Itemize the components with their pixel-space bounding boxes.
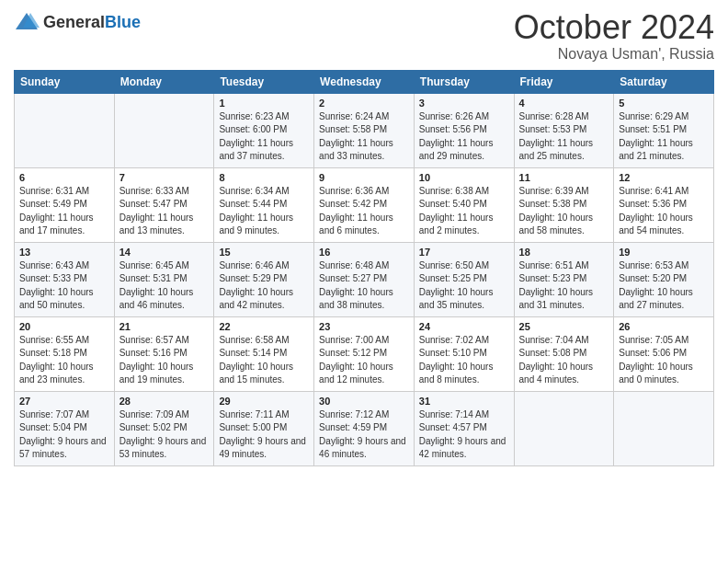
logo-text: GeneralBlue bbox=[43, 14, 141, 30]
weekday-friday: Friday bbox=[514, 70, 614, 93]
week-row-1: 1Sunrise: 6:23 AMSunset: 6:00 PMDaylight… bbox=[15, 93, 714, 167]
day-cell: 6Sunrise: 6:31 AMSunset: 5:49 PMDaylight… bbox=[15, 167, 115, 242]
logo-general: General bbox=[43, 14, 105, 30]
day-number: 20 bbox=[19, 321, 109, 332]
calendar-header: SundayMondayTuesdayWednesdayThursdayFrid… bbox=[15, 70, 714, 93]
day-number: 19 bbox=[619, 247, 709, 258]
logo-blue: Blue bbox=[105, 14, 141, 30]
day-cell: 14Sunrise: 6:45 AMSunset: 5:31 PMDayligh… bbox=[114, 242, 214, 316]
day-info: Sunrise: 6:26 AMSunset: 5:56 PMDaylight:… bbox=[419, 110, 509, 164]
day-info: Sunrise: 6:50 AMSunset: 5:25 PMDaylight:… bbox=[419, 259, 509, 313]
day-number: 11 bbox=[519, 172, 609, 183]
day-info: Sunrise: 6:58 AMSunset: 5:14 PMDaylight:… bbox=[219, 334, 309, 387]
weekday-thursday: Thursday bbox=[414, 70, 514, 93]
day-cell bbox=[15, 93, 115, 167]
day-info: Sunrise: 6:55 AMSunset: 5:18 PMDaylight:… bbox=[19, 334, 109, 387]
day-cell: 2Sunrise: 6:24 AMSunset: 5:58 PMDaylight… bbox=[314, 93, 415, 167]
day-cell: 15Sunrise: 6:46 AMSunset: 5:29 PMDayligh… bbox=[214, 242, 314, 316]
day-number: 18 bbox=[519, 247, 609, 258]
day-cell: 25Sunrise: 7:04 AMSunset: 5:08 PMDayligh… bbox=[514, 316, 614, 391]
day-info: Sunrise: 6:53 AMSunset: 5:20 PMDaylight:… bbox=[619, 259, 709, 313]
day-cell: 7Sunrise: 6:33 AMSunset: 5:47 PMDaylight… bbox=[114, 167, 214, 242]
weekday-sunday: Sunday bbox=[15, 70, 115, 93]
day-number: 24 bbox=[419, 321, 509, 332]
day-info: Sunrise: 7:05 AMSunset: 5:06 PMDaylight:… bbox=[619, 334, 709, 387]
calendar-container: GeneralBlue October 2024 Novaya Usman', … bbox=[0, 0, 728, 480]
month-title: October 2024 bbox=[514, 9, 714, 46]
day-cell: 28Sunrise: 7:09 AMSunset: 5:02 PMDayligh… bbox=[114, 391, 214, 465]
day-info: Sunrise: 6:57 AMSunset: 5:16 PMDaylight:… bbox=[119, 334, 210, 387]
day-cell: 31Sunrise: 7:14 AMSunset: 4:57 PMDayligh… bbox=[414, 391, 514, 465]
day-number: 6 bbox=[19, 172, 109, 183]
weekday-header-row: SundayMondayTuesdayWednesdayThursdayFrid… bbox=[15, 70, 714, 93]
day-cell: 9Sunrise: 6:36 AMSunset: 5:42 PMDaylight… bbox=[314, 167, 415, 242]
day-number: 30 bbox=[319, 396, 409, 407]
day-number: 2 bbox=[319, 98, 409, 109]
day-number: 28 bbox=[119, 396, 210, 407]
weekday-saturday: Saturday bbox=[614, 70, 714, 93]
week-row-3: 13Sunrise: 6:43 AMSunset: 5:33 PMDayligh… bbox=[15, 242, 714, 316]
day-number: 1 bbox=[219, 98, 309, 109]
day-info: Sunrise: 7:12 AMSunset: 4:59 PMDaylight:… bbox=[319, 408, 409, 462]
week-row-2: 6Sunrise: 6:31 AMSunset: 5:49 PMDaylight… bbox=[15, 167, 714, 242]
title-block: October 2024 Novaya Usman', Russia bbox=[514, 9, 714, 63]
day-number: 22 bbox=[219, 321, 309, 332]
day-number: 31 bbox=[419, 396, 509, 407]
day-cell: 29Sunrise: 7:11 AMSunset: 5:00 PMDayligh… bbox=[214, 391, 314, 465]
day-info: Sunrise: 6:41 AMSunset: 5:36 PMDaylight:… bbox=[619, 185, 709, 238]
day-info: Sunrise: 7:07 AMSunset: 5:04 PMDaylight:… bbox=[19, 408, 109, 462]
day-info: Sunrise: 6:51 AMSunset: 5:23 PMDaylight:… bbox=[519, 259, 609, 313]
day-info: Sunrise: 6:34 AMSunset: 5:44 PMDaylight:… bbox=[219, 185, 309, 238]
day-info: Sunrise: 7:00 AMSunset: 5:12 PMDaylight:… bbox=[319, 334, 409, 387]
day-cell: 4Sunrise: 6:28 AMSunset: 5:53 PMDaylight… bbox=[514, 93, 614, 167]
day-cell: 8Sunrise: 6:34 AMSunset: 5:44 PMDaylight… bbox=[214, 167, 314, 242]
day-number: 29 bbox=[219, 396, 309, 407]
day-cell: 12Sunrise: 6:41 AMSunset: 5:36 PMDayligh… bbox=[614, 167, 714, 242]
day-info: Sunrise: 6:23 AMSunset: 6:00 PMDaylight:… bbox=[219, 110, 309, 164]
weekday-monday: Monday bbox=[114, 70, 214, 93]
day-number: 16 bbox=[319, 247, 409, 258]
day-cell: 3Sunrise: 6:26 AMSunset: 5:56 PMDaylight… bbox=[414, 93, 514, 167]
day-cell: 24Sunrise: 7:02 AMSunset: 5:10 PMDayligh… bbox=[414, 316, 514, 391]
day-number: 13 bbox=[19, 247, 109, 258]
day-cell: 1Sunrise: 6:23 AMSunset: 6:00 PMDaylight… bbox=[214, 93, 314, 167]
day-info: Sunrise: 6:28 AMSunset: 5:53 PMDaylight:… bbox=[519, 110, 609, 164]
day-info: Sunrise: 6:31 AMSunset: 5:49 PMDaylight:… bbox=[19, 185, 109, 238]
day-number: 5 bbox=[619, 98, 709, 109]
day-cell: 5Sunrise: 6:29 AMSunset: 5:51 PMDaylight… bbox=[614, 93, 714, 167]
day-number: 15 bbox=[219, 247, 309, 258]
day-info: Sunrise: 7:02 AMSunset: 5:10 PMDaylight:… bbox=[419, 334, 509, 387]
day-info: Sunrise: 6:39 AMSunset: 5:38 PMDaylight:… bbox=[519, 185, 609, 238]
weekday-tuesday: Tuesday bbox=[214, 70, 314, 93]
day-info: Sunrise: 6:43 AMSunset: 5:33 PMDaylight:… bbox=[19, 259, 109, 313]
header: GeneralBlue October 2024 Novaya Usman', … bbox=[14, 9, 714, 63]
day-info: Sunrise: 7:14 AMSunset: 4:57 PMDaylight:… bbox=[419, 408, 509, 462]
day-number: 9 bbox=[319, 172, 409, 183]
day-info: Sunrise: 6:48 AMSunset: 5:27 PMDaylight:… bbox=[319, 259, 409, 313]
day-number: 27 bbox=[19, 396, 109, 407]
day-number: 12 bbox=[619, 172, 709, 183]
day-info: Sunrise: 7:04 AMSunset: 5:08 PMDaylight:… bbox=[519, 334, 609, 387]
day-number: 3 bbox=[419, 98, 509, 109]
day-info: Sunrise: 6:45 AMSunset: 5:31 PMDaylight:… bbox=[119, 259, 210, 313]
day-number: 23 bbox=[319, 321, 409, 332]
day-info: Sunrise: 6:38 AMSunset: 5:40 PMDaylight:… bbox=[419, 185, 509, 238]
logo: GeneralBlue bbox=[14, 9, 141, 35]
day-number: 26 bbox=[619, 321, 709, 332]
day-number: 17 bbox=[419, 247, 509, 258]
day-cell: 20Sunrise: 6:55 AMSunset: 5:18 PMDayligh… bbox=[15, 316, 115, 391]
day-cell: 22Sunrise: 6:58 AMSunset: 5:14 PMDayligh… bbox=[214, 316, 314, 391]
day-number: 7 bbox=[119, 172, 210, 183]
day-cell: 21Sunrise: 6:57 AMSunset: 5:16 PMDayligh… bbox=[114, 316, 214, 391]
logo-icon bbox=[14, 9, 40, 35]
day-cell: 19Sunrise: 6:53 AMSunset: 5:20 PMDayligh… bbox=[614, 242, 714, 316]
day-cell: 13Sunrise: 6:43 AMSunset: 5:33 PMDayligh… bbox=[15, 242, 115, 316]
calendar-table: SundayMondayTuesdayWednesdayThursdayFrid… bbox=[14, 70, 714, 466]
location-title: Novaya Usman', Russia bbox=[514, 46, 714, 63]
day-info: Sunrise: 7:11 AMSunset: 5:00 PMDaylight:… bbox=[219, 408, 309, 462]
day-number: 14 bbox=[119, 247, 210, 258]
day-number: 4 bbox=[519, 98, 609, 109]
day-cell: 26Sunrise: 7:05 AMSunset: 5:06 PMDayligh… bbox=[614, 316, 714, 391]
day-cell: 27Sunrise: 7:07 AMSunset: 5:04 PMDayligh… bbox=[15, 391, 115, 465]
week-row-5: 27Sunrise: 7:07 AMSunset: 5:04 PMDayligh… bbox=[15, 391, 714, 465]
